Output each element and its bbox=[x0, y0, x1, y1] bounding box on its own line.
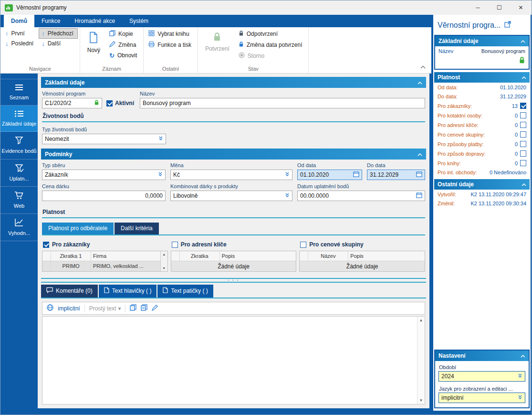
preview-header-zakladni-udaje[interactable]: Základní údaje bbox=[435, 36, 529, 46]
copy-icon[interactable] bbox=[130, 304, 136, 313]
tab-dalsi-kriteria[interactable]: Další kritéria bbox=[115, 223, 159, 234]
preview-header-ostatni-udaje[interactable]: Ostatní údaje bbox=[434, 179, 530, 190]
scroll-down-icon[interactable]: ▼ bbox=[419, 398, 423, 403]
last-button[interactable]: ↓ Poslední bbox=[3, 39, 37, 48]
change-confirm-date-button[interactable]: Změna data potvrzení bbox=[236, 40, 306, 50]
refresh-button[interactable]: ↻ Obnovit bbox=[107, 51, 141, 60]
close-button[interactable]: ✕ bbox=[510, 0, 532, 15]
table-row[interactable]: PRIMO PRIMO, velkosklad ... bbox=[42, 261, 160, 271]
sidebar-item-uplatneni[interactable]: Uplatn... bbox=[0, 160, 38, 187]
new-button[interactable]: Nový bbox=[83, 29, 105, 54]
preview-row: Do data: 31.12.2029 bbox=[434, 92, 530, 101]
select-book-button[interactable]: Vybrat knihu bbox=[146, 29, 195, 39]
tab-text-paticky[interactable]: Text patičky ( ) bbox=[157, 285, 213, 298]
gift-price-field[interactable]: 0,0000 bbox=[42, 191, 166, 201]
points-apply-date-label: Datum uplatnění bodů bbox=[297, 183, 425, 189]
loyalty-program-field[interactable]: C1/2020/2 bbox=[42, 98, 102, 108]
period-dropdown[interactable]: 2024 bbox=[438, 371, 525, 382]
customers-table: Zkratka 1 Firma PRIMO PRIMO, velkosklad … bbox=[42, 251, 168, 272]
section-header-zakladni-udaje[interactable]: Základní údaje bbox=[41, 77, 426, 88]
preview-row: Pro cenové skupiny: 0 bbox=[434, 129, 530, 139]
paste-icon[interactable] bbox=[141, 304, 147, 313]
unconfirm-button[interactable]: Odpotvrzení bbox=[236, 29, 306, 39]
functions-print-button[interactable]: Funkce a tisk bbox=[146, 40, 195, 50]
checkbox-checked-icon[interactable] bbox=[520, 103, 526, 109]
next-button[interactable]: ↓ Další bbox=[39, 39, 77, 48]
ribbon-tab-funkce[interactable]: Funkce bbox=[34, 15, 67, 27]
ribbon-tab-system[interactable]: Systém bbox=[122, 15, 156, 27]
collapse-ribbon-icon[interactable] bbox=[420, 62, 426, 71]
splitter-handle[interactable]: · · · bbox=[41, 278, 426, 283]
minimize-button[interactable]: ─ bbox=[467, 0, 489, 15]
points-apply-date-field[interactable]: 00.00.0000 bbox=[297, 191, 425, 201]
to-date-label: Do data bbox=[367, 162, 425, 168]
scroll-down-icon[interactable]: ▼ bbox=[162, 266, 166, 270]
chevron-double-down-icon bbox=[518, 394, 522, 401]
customers-checkbox[interactable]: Pro zákazníky bbox=[42, 240, 168, 251]
bottom-tab-bar: Komentáře (0) Text hlavičky ( ) Text pat… bbox=[41, 285, 426, 298]
scroll-up-icon[interactable]: ▲ bbox=[162, 253, 166, 256]
calendar-icon bbox=[416, 171, 422, 179]
tab-text-hlavicky[interactable]: Text hlavičky ( ) bbox=[99, 285, 157, 298]
edit-button[interactable]: Změna bbox=[107, 40, 141, 50]
empty-table-message: Žádné údaje bbox=[171, 261, 296, 271]
checkbox-unchecked-icon[interactable] bbox=[520, 131, 526, 138]
tab-komentare[interactable]: Komentáře (0) bbox=[41, 285, 98, 298]
settings-header[interactable]: Nastavení bbox=[435, 351, 529, 361]
copy-button[interactable]: Kopie bbox=[107, 29, 141, 39]
combine-gifts-dropdown[interactable]: Libovolně bbox=[170, 191, 292, 201]
group-label-navigace: Navigace bbox=[3, 65, 77, 73]
language-dropdown[interactable]: implicitní bbox=[438, 393, 525, 403]
preview-created-row: Vytvořil: K2 13.11.2020 09:29:47 bbox=[434, 190, 530, 199]
price-groups-table: Název Popis Žádné údaje bbox=[299, 251, 425, 272]
checkbox-unchecked-icon[interactable] bbox=[520, 150, 526, 157]
from-date-field[interactable]: 01.10.2020 bbox=[297, 170, 362, 180]
table-scrollbar[interactable]: ▲ ▼ bbox=[160, 251, 167, 271]
language-implicit-button[interactable]: implicitní bbox=[58, 305, 80, 312]
checkbox-unchecked-icon[interactable] bbox=[520, 141, 526, 147]
preview-row: Pro int. obchody: 0 Nedefinováno bbox=[434, 168, 530, 177]
to-date-field[interactable]: 31.12.2029 bbox=[367, 170, 425, 180]
preview-header-platnost[interactable]: Platnost bbox=[434, 72, 530, 83]
plain-text-dropdown[interactable]: Prostý text ▾ bbox=[89, 305, 121, 312]
table-header-row: Název Popis bbox=[300, 251, 425, 261]
first-button[interactable]: ↑ První bbox=[3, 29, 37, 38]
active-checkbox[interactable]: Aktivní bbox=[106, 100, 134, 106]
lifetime-type-dropdown[interactable]: Neomezit bbox=[42, 134, 166, 144]
points-lifetime-title: Životnost bodů bbox=[42, 108, 425, 122]
app-window: Věrnostní programy ─ ☐ ✕ Domů Funkce Hro… bbox=[0, 0, 532, 415]
checkbox-unchecked-icon[interactable] bbox=[520, 112, 526, 118]
table-header-row: Zkratka Popis bbox=[171, 251, 296, 261]
price-groups-checkbox[interactable]: Pro cenové skupiny bbox=[299, 240, 425, 251]
preview-name-label: Název bbox=[438, 48, 453, 54]
preview-platnost-box: Platnost Od data: 01.10.2020 Do data: 31… bbox=[434, 72, 530, 177]
collection-type-dropdown[interactable]: Zákazník bbox=[42, 170, 166, 180]
maximize-button[interactable]: ☐ bbox=[489, 0, 510, 15]
ribbon-tab-domu[interactable]: Domů bbox=[4, 15, 34, 27]
address-keys-checkbox[interactable]: Pro adresní klíče bbox=[171, 240, 297, 251]
tab-platnost-pro-odberatele[interactable]: Platnost pro odběratele bbox=[42, 223, 114, 234]
preview-row: Pro knihy: 0 bbox=[434, 158, 530, 168]
checkbox-unchecked-icon[interactable] bbox=[520, 160, 526, 166]
checkbox-unchecked-icon bbox=[300, 242, 306, 248]
section-header-podminky[interactable]: Podmínky bbox=[41, 149, 426, 160]
cancel-button[interactable]: Storno bbox=[236, 51, 306, 61]
scroll-up-icon[interactable]: ▲ bbox=[419, 318, 423, 322]
edit-pencil-icon[interactable] bbox=[152, 304, 158, 313]
sidebar-item-seznam[interactable]: Seznam bbox=[0, 79, 38, 106]
external-link-icon[interactable] bbox=[504, 21, 511, 30]
sidebar-item-evidence-bodu[interactable]: Evidence bodů bbox=[0, 132, 38, 159]
previous-button[interactable]: ↑ Předchozí bbox=[39, 29, 77, 38]
checkbox-unchecked-icon[interactable] bbox=[520, 122, 526, 128]
currency-dropdown[interactable]: Kč bbox=[170, 170, 292, 180]
sidebar-item-web[interactable]: Web bbox=[0, 187, 38, 214]
ribbon-tab-hromadne-akce[interactable]: Hromadné akce bbox=[67, 15, 122, 27]
sidebar-item-vyhodnoceni[interactable]: Vyhodn... bbox=[0, 214, 38, 241]
funnel-icon bbox=[14, 164, 24, 173]
comment-text-area[interactable]: ▲ ▼ bbox=[42, 316, 425, 404]
table-header-row: Zkratka 1 Firma bbox=[42, 251, 160, 261]
name-field[interactable]: Bonusový program bbox=[140, 98, 425, 108]
editor-scrollbar[interactable]: ▲ ▼ bbox=[417, 317, 425, 404]
confirm-button[interactable]: Potvrzení bbox=[200, 29, 234, 53]
sidebar-item-zakladni-udaje[interactable]: Základní údaje bbox=[0, 106, 38, 132]
